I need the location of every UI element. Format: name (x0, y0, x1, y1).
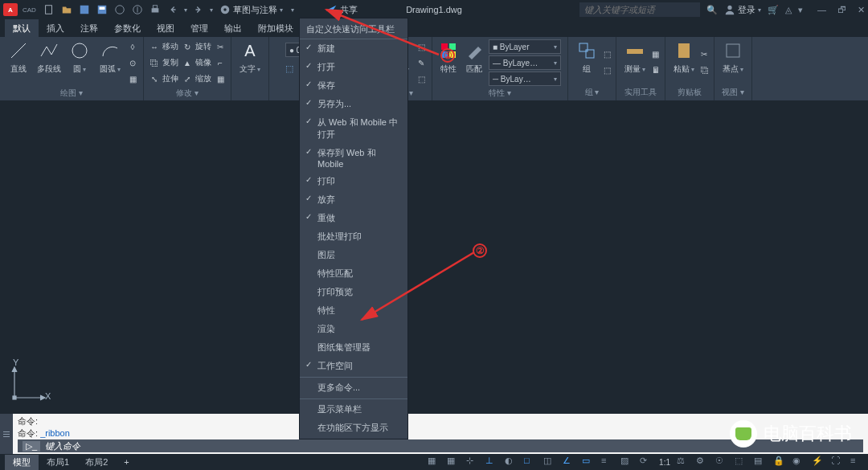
maximize-icon[interactable]: 🗗 (837, 5, 846, 15)
match-button[interactable]: 匹配 (463, 39, 485, 86)
lineweight-selector[interactable]: — ByLaye…▾ (489, 55, 561, 70)
dropdown-arrow-icon[interactable]: ▾ (210, 6, 213, 14)
text-button[interactable]: A文字▾ (236, 39, 264, 96)
qat-dropdown-trigger[interactable]: ▾ (291, 6, 294, 14)
annoscale-icon[interactable]: ⚖ (677, 456, 690, 468)
mirror-button[interactable]: ▲镜像 (182, 55, 211, 70)
web-open-icon[interactable] (113, 3, 126, 16)
minimize-icon[interactable]: — (817, 5, 826, 15)
menu-item-new[interactable]: ✓新建 (300, 39, 407, 58)
tab-addins[interactable]: 附加模块 (250, 19, 301, 37)
menu-item-layer[interactable]: 图层 (300, 246, 407, 264)
units-icon[interactable]: ⬚ (735, 456, 747, 468)
tab-manage[interactable]: 管理 (182, 19, 216, 37)
measure-button[interactable]: 测量▾ (621, 39, 649, 85)
tab-output[interactable]: 输出 (216, 19, 250, 37)
cut-icon[interactable]: ✂ (701, 47, 709, 62)
polyline-button[interactable]: 多段线 (35, 39, 63, 86)
stretch-button[interactable]: ⤡拉伸 (149, 72, 178, 86)
workspace-icon[interactable]: ⚙ (696, 456, 709, 468)
tab-view[interactable]: 视图 (149, 19, 182, 37)
base-button[interactable]: 基点▾ (719, 39, 747, 85)
customize-icon[interactable]: ≡ (850, 456, 863, 468)
saveas-icon[interactable] (96, 3, 108, 16)
draw-more-2[interactable]: ⊙ (127, 55, 138, 70)
login-button[interactable]: 登录 ▾ (724, 4, 761, 16)
workspace-selector[interactable]: 草图与注释 ▾ (219, 4, 283, 16)
menu-item-print[interactable]: ✓打印 (300, 172, 407, 190)
line-button[interactable]: 直线 (5, 39, 32, 86)
draw-more-1[interactable]: ◊ (127, 39, 138, 54)
menu-item-save[interactable]: ✓保存 (300, 76, 407, 95)
linetype-selector[interactable]: ─ ByLay…▾ (489, 72, 561, 86)
quickprops-icon[interactable]: ▤ (754, 456, 767, 468)
snap-icon[interactable]: ⊹ (466, 456, 479, 468)
group-more-icon[interactable]: ⬚ (604, 63, 611, 78)
tab-parametric[interactable]: 参数化 (106, 19, 149, 37)
rotate-button[interactable]: ↻旋转 (182, 39, 211, 54)
block-attr-icon[interactable]: ⬚ (416, 72, 427, 86)
menu-item-saveas[interactable]: ✓另存为... (300, 95, 407, 113)
model-tab[interactable]: 模型 (5, 455, 39, 470)
menu-item-websave[interactable]: ✓保存到 Web 和 Mobile (300, 144, 407, 172)
new-icon[interactable] (43, 3, 55, 16)
annomonitor-icon[interactable]: ☉ (715, 456, 728, 468)
cycling-icon[interactable]: ⟳ (640, 456, 653, 468)
copy-button[interactable]: ⿻复制 (149, 55, 178, 70)
fillet-button[interactable]: ⌐ (215, 55, 226, 70)
draw-more-3[interactable]: ▦ (127, 72, 138, 86)
help-icon[interactable]: ▾ (798, 5, 803, 15)
menu-item-render[interactable]: 渲染 (300, 320, 407, 338)
cart-icon[interactable]: 🛒 (768, 5, 779, 15)
share-button[interactable]: 共享 (326, 4, 358, 16)
save-icon[interactable] (78, 3, 91, 16)
menu-item-preview[interactable]: 打印预览 (300, 283, 407, 301)
hardware-icon[interactable]: ⚡ (812, 456, 825, 468)
lwt-icon[interactable]: ≡ (601, 456, 614, 468)
color-selector[interactable]: ■ ByLayer▾ (489, 39, 561, 54)
tab-default[interactable]: 默认 (5, 19, 39, 37)
menu-item-redo[interactable]: ✓重做 (300, 209, 407, 227)
menu-item-matchprop[interactable]: 特性匹配 (300, 264, 407, 283)
layer-tool-icon[interactable]: ⬚ (285, 63, 293, 74)
layout2-tab[interactable]: 布局2 (77, 455, 116, 470)
util-icon[interactable]: ▦ (652, 47, 660, 62)
group-more-icon[interactable]: ⬚ (604, 47, 611, 62)
paste-button[interactable]: 粘贴▾ (670, 39, 698, 85)
menu-item-belowribbon[interactable]: 在功能区下方显示 (300, 419, 407, 437)
tab-insert[interactable]: 插入 (39, 19, 72, 37)
menu-item-sheetset[interactable]: 图纸集管理器 (300, 338, 407, 357)
menu-item-workspace[interactable]: ✓工作空间 (300, 357, 407, 375)
properties-button[interactable]: 特性 (437, 39, 460, 86)
menu-item-batchplot[interactable]: 批处理打印 (300, 227, 407, 246)
trim-button[interactable]: ✂ (215, 39, 226, 54)
layout1-tab[interactable]: 布局1 (39, 455, 77, 470)
menu-item-open[interactable]: ✓打开 (300, 58, 407, 76)
3dosnap-icon[interactable]: ◫ (543, 456, 556, 468)
dropdown-arrow-icon[interactable]: ▾ (184, 6, 187, 14)
group-button[interactable]: 组 (573, 39, 600, 85)
move-button[interactable]: ↔移动 (149, 39, 178, 54)
ortho-icon[interactable]: ⊥ (485, 456, 498, 468)
add-layout-button[interactable]: + (116, 456, 137, 468)
tab-annotate[interactable]: 注释 (72, 19, 106, 37)
menu-item-showmenu[interactable]: 显示菜单栏 (300, 398, 407, 419)
menu-item-props[interactable]: 特性 (300, 301, 407, 320)
web-save-icon[interactable] (131, 3, 144, 16)
otrack-icon[interactable]: ∠ (563, 456, 575, 468)
autodesk-icon[interactable]: ◬ (785, 5, 792, 15)
menu-item-undo[interactable]: ✓放弃 (300, 190, 407, 209)
osnap-icon[interactable]: □ (524, 456, 537, 468)
autocad-logo-icon[interactable]: A (3, 3, 18, 16)
isolate-icon[interactable]: ◉ (792, 456, 805, 468)
redo-icon[interactable] (192, 3, 205, 16)
menu-item-more[interactable]: 更多命令... (300, 377, 407, 397)
polar-icon[interactable]: ◐ (505, 456, 518, 468)
scale-display[interactable]: 1:1 (659, 458, 670, 467)
scale-button[interactable]: ⤢缩放 (182, 72, 211, 86)
lock-ui-icon[interactable]: 🔒 (773, 456, 786, 468)
model-space-icon[interactable]: ▦ (428, 456, 440, 468)
util-icon[interactable]: 🖩 (652, 63, 660, 78)
copy-icon[interactable]: ⿻ (701, 63, 709, 78)
circle-button[interactable]: 圆▾ (66, 39, 93, 86)
